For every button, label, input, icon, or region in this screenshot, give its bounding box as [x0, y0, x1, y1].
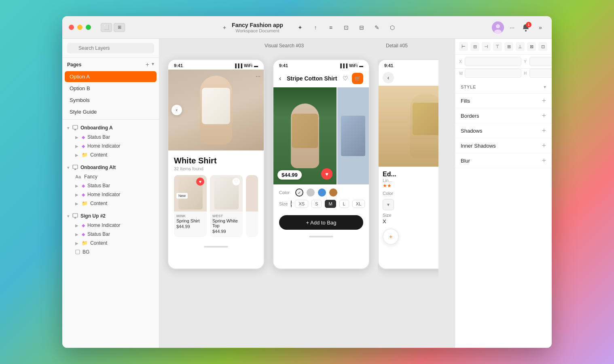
- page-symbols[interactable]: Symbols: [65, 95, 157, 106]
- heart-button-2[interactable]: ♡: [232, 178, 240, 186]
- shadows-add-icon[interactable]: +: [542, 127, 546, 134]
- heart-button-1[interactable]: ♥: [196, 178, 204, 186]
- y-input[interactable]: [529, 57, 552, 66]
- group-header-onboarding-alt[interactable]: ▾ Onboarding Alt: [62, 163, 159, 172]
- borders-row[interactable]: Borders +: [455, 108, 552, 123]
- align-icon[interactable]: ≡: [327, 23, 335, 32]
- size-l[interactable]: L: [339, 200, 349, 208]
- back-arrow-button[interactable]: ‹: [171, 105, 182, 115]
- swatch-select[interactable]: ▾: [383, 199, 394, 210]
- layer-status-bar-2[interactable]: ▶ ◆ Status Bar: [62, 181, 159, 190]
- more-dots-button[interactable]: ···: [256, 73, 260, 79]
- add-page-button[interactable]: +: [146, 61, 149, 68]
- product-info-2: WEST Spring White Top $44.99: [210, 212, 243, 237]
- layer-label: Home Indicator: [87, 222, 120, 228]
- upload-icon[interactable]: ↑: [311, 23, 320, 32]
- heart-action[interactable]: ♡: [343, 75, 348, 82]
- color-blue[interactable]: [318, 188, 326, 197]
- layer-bg[interactable]: BG: [62, 248, 159, 256]
- product-card-1[interactable]: ♥ New MINK Spring Shirt $44.99: [174, 175, 207, 237]
- page-option-a[interactable]: Option A: [65, 71, 157, 82]
- layer-status-bar-3[interactable]: ▶ ◆ Status Bar: [62, 230, 159, 239]
- search-input[interactable]: [67, 43, 154, 53]
- align-right-button[interactable]: ⊣: [482, 42, 491, 51]
- star-icon[interactable]: ✦: [296, 23, 304, 32]
- battery-icon: ▬: [359, 63, 363, 68]
- layer-label: BG: [83, 249, 89, 255]
- group-header-signup-2[interactable]: ▾ Sign Up #2: [62, 211, 159, 221]
- y-label: Y: [524, 59, 529, 64]
- add-button[interactable]: +: [220, 23, 229, 32]
- more-button[interactable]: »: [536, 23, 545, 32]
- layer-content-2[interactable]: ▶ 📁 Content: [62, 199, 159, 208]
- color-gray[interactable]: [307, 188, 315, 197]
- blur-add-icon[interactable]: +: [542, 157, 546, 164]
- style-header: STYLE ▾: [455, 80, 552, 93]
- x-input[interactable]: [465, 57, 521, 66]
- layer-status-bar-1[interactable]: ▶ ◆ Status Bar: [62, 133, 159, 142]
- titlebar: ⬜ ⊞ + Fancy Fashion app Workspace Docume…: [62, 16, 552, 39]
- inner-shadows-add-icon[interactable]: +: [542, 142, 546, 149]
- size-xl[interactable]: XL: [352, 200, 365, 208]
- buy-circle-button[interactable]: +: [383, 229, 399, 245]
- avatar[interactable]: [492, 21, 504, 34]
- pen-icon[interactable]: ✎: [373, 23, 381, 32]
- product-detail-title: Stripe Cotton Shirt: [287, 75, 337, 82]
- borders-add-icon[interactable]: +: [542, 112, 546, 119]
- blur-row[interactable]: Blur +: [455, 153, 552, 168]
- fills-add-icon[interactable]: +: [542, 97, 546, 104]
- minimize-button[interactable]: [77, 25, 83, 30]
- size-xs[interactable]: XS: [295, 200, 308, 208]
- product-card-2[interactable]: ♡ WEST Spring White Top $44.99: [210, 175, 243, 237]
- layer-home-indicator-2[interactable]: ▶ ◆ Home Indicator: [62, 190, 159, 199]
- layer-content-3[interactable]: ▶ 📁 Content: [62, 239, 159, 248]
- page-option-b[interactable]: Option B: [65, 83, 157, 94]
- grid-view-button[interactable]: ⊞: [114, 23, 125, 32]
- frame-view-button[interactable]: ⬜: [101, 23, 112, 32]
- back-arrow[interactable]: ‹: [279, 75, 281, 82]
- side-figure: [341, 116, 365, 156]
- maximize-button[interactable]: [86, 25, 91, 30]
- align-middle-button[interactable]: ⊞: [504, 42, 513, 51]
- add-to-bag-button[interactable]: + Add to Bag: [279, 215, 363, 230]
- color-white[interactable]: ✓: [295, 188, 303, 197]
- page-style-guide[interactable]: Style Guide: [65, 106, 157, 117]
- align-left-button[interactable]: ⊢: [459, 42, 468, 51]
- fills-row[interactable]: Fills +: [455, 93, 552, 108]
- size-info-icon[interactable]: i: [291, 200, 292, 207]
- phone3-color-label: Color: [383, 191, 438, 196]
- layer-home-indicator-1[interactable]: ▶ ◆ Home Indicator: [62, 142, 159, 150]
- size-s[interactable]: S: [311, 200, 322, 208]
- distribute-v-button[interactable]: ⊡: [538, 42, 547, 51]
- close-button[interactable]: [69, 25, 74, 30]
- cart-button[interactable]: 🛒: [352, 73, 363, 84]
- pages-chevron[interactable]: ▾: [152, 61, 154, 68]
- align-bottom-button[interactable]: ⊥: [516, 42, 525, 51]
- style-section: STYLE ▾ Fills + Borders + Shadows + Inne…: [455, 80, 552, 168]
- phone3-nav: ‹: [379, 70, 438, 86]
- inner-shadows-row[interactable]: Inner Shadows +: [455, 138, 552, 153]
- layer-home-indicator-3[interactable]: ▶ ◆ Home Indicator: [62, 221, 159, 230]
- fav-button[interactable]: ♥: [321, 168, 332, 180]
- group-header-onboarding-a[interactable]: ▾ Onboarding A: [62, 123, 159, 133]
- svg-rect-7: [74, 169, 76, 170]
- shadows-row[interactable]: Shadows +: [455, 123, 552, 138]
- dots-icon[interactable]: ···: [508, 23, 516, 32]
- distribute-h-button[interactable]: ⊠: [527, 42, 536, 51]
- back-circle-button[interactable]: ‹: [383, 72, 394, 83]
- style-dropdown-icon[interactable]: ▾: [544, 84, 546, 90]
- size-m[interactable]: M: [325, 200, 336, 208]
- align-top-button[interactable]: ⊤: [493, 42, 502, 51]
- brand-name-1: MINK: [176, 214, 204, 218]
- align-center-h-button[interactable]: ⊟: [470, 42, 479, 51]
- layer-fancy-text[interactable]: Aa Fancy: [62, 172, 159, 181]
- h-input[interactable]: [529, 69, 552, 78]
- frame-tool[interactable]: ⬡: [388, 23, 396, 32]
- color-brown[interactable]: [329, 188, 337, 197]
- w-input[interactable]: [465, 69, 521, 78]
- notification-button[interactable]: 1: [520, 22, 531, 33]
- mask-icon[interactable]: ⊟: [358, 23, 366, 32]
- component-icon[interactable]: ⊡: [342, 23, 350, 32]
- chevron-icon: ▶: [75, 201, 78, 206]
- layer-content-1[interactable]: ▶ 📁 Content: [62, 150, 159, 159]
